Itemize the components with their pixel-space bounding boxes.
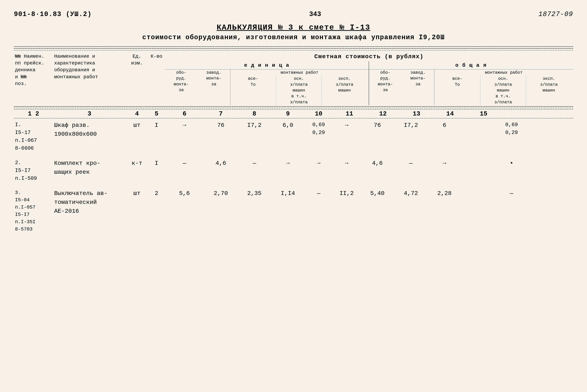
hdr-obshaya: о б щ а я xyxy=(369,61,573,70)
row1-c14 xyxy=(461,120,495,153)
col-numbers-row: 1 2 3 4 5 6 7 8 9 10 11 12 13 14 15 xyxy=(14,109,573,118)
row2-c12: — xyxy=(394,158,428,183)
col-num-12: 12 xyxy=(366,110,400,118)
row2-c11: 4,6 xyxy=(361,158,394,183)
col-num-8: 8 xyxy=(238,110,271,118)
row3-c8: I,I4 xyxy=(271,188,305,234)
row1-c11: 76 xyxy=(361,120,394,153)
data-row-1: I. I5-17 п.I-067 8-6606 Шкаф разв.1900х8… xyxy=(14,120,573,153)
row3-c10: II,2 xyxy=(332,188,360,234)
title-line1: КАЛЬКУЛЯЦИЯ № 3 к смете № I-13 xyxy=(14,23,573,32)
col-num-7: 7 xyxy=(204,110,238,118)
row1-c6: 76 xyxy=(204,120,238,153)
row2-c7: — xyxy=(238,158,271,183)
hdr-vce1: вce-То xyxy=(230,76,276,105)
row1-c9: 0,690,29 xyxy=(305,120,332,153)
row3-c5: 5,6 xyxy=(165,188,204,234)
data-row-3: 3. I5-04 п.I-057 I5-I7 п.I-35I 8-5703 Вы… xyxy=(14,188,573,234)
row2-c10: → xyxy=(332,158,360,183)
col-num-1: 1 2 xyxy=(14,110,53,118)
hdr-montazh-r: монтажных работ xyxy=(230,70,369,76)
row1-ref: I. I5-17 п.I-067 8-6606 xyxy=(14,120,53,153)
row2-c14 xyxy=(461,158,495,183)
row2-c9: → xyxy=(305,158,332,183)
row1-c12: I7,2 xyxy=(394,120,428,153)
row3-ref: 3. I5-04 п.I-057 I5-I7 п.I-35I 8-5703 xyxy=(14,188,53,234)
page-number: 343 xyxy=(309,10,321,18)
col-num-15: 15 xyxy=(467,110,500,118)
col-num-4: 4 xyxy=(126,110,148,118)
data-row-2: 2. I5-I7 п.I-509 Комплект кро-шащих реек… xyxy=(14,158,573,183)
hdr-oon1: осн.з/платамашинв т.ч.з/плата xyxy=(276,76,322,105)
hdr-unit: Ед.изм. xyxy=(126,52,148,105)
hdr-col-name: Наименование ихарактеристикаоборудования… xyxy=(53,52,126,105)
row2-c5: — xyxy=(165,158,204,183)
hdr-zksp2: зксп.з/платамашин xyxy=(526,76,572,105)
col-num-5: 5 xyxy=(148,110,165,118)
col-num-extra xyxy=(500,110,573,118)
hdr-obo2-rub: обо-руд.монта-за xyxy=(369,70,402,106)
row1-c10: → xyxy=(332,120,360,153)
row3-unit: шт xyxy=(126,188,148,234)
hdr-zavod-monta: завод.монта-за xyxy=(198,70,230,106)
hdr-zavod2-monta: завод.монта-за xyxy=(402,70,434,106)
col-num-14: 14 xyxy=(433,110,467,118)
top-left-code: 901-8·10.83 (УШ.2) xyxy=(14,10,92,18)
hdr-montazh2-r: монтажных работ xyxy=(434,70,573,76)
row1-c7: I7,2 xyxy=(238,120,271,153)
col-num-11: 11 xyxy=(332,110,366,118)
row1-c15: 0,690,29 xyxy=(495,120,528,153)
row1-c8: 6,0 xyxy=(271,120,305,153)
row2-c15: • xyxy=(495,158,528,183)
row1-c5: → xyxy=(165,120,204,153)
row3-c11: 5,40 xyxy=(361,188,394,234)
row2-c6: 4,6 xyxy=(204,158,238,183)
hdr-oon2: осн.з/платамашинв т.ч.з/плата xyxy=(480,76,526,105)
hdr-smetnaya: Сметная стоимость (в рублях) xyxy=(165,52,573,61)
row2-unit: к-т xyxy=(126,158,148,183)
row2-qty: I xyxy=(148,158,165,183)
row3-c9: — xyxy=(305,188,332,234)
row2-ref: 2. I5-I7 п.I-509 xyxy=(14,158,53,183)
hdr-zksp1: зксп.з/платамашин xyxy=(322,76,367,105)
col-num-3: 3 xyxy=(53,110,126,118)
hdr-vce2: вce-То xyxy=(434,76,480,105)
hdr-kvo: К-во xyxy=(148,52,165,105)
title-line2: стоимости оборудования, изготовления и м… xyxy=(14,34,573,41)
hdr-col-num: №№ Наимен.пп прейск.денникаи №№поз. xyxy=(14,52,53,105)
row3-qty: 2 xyxy=(148,188,165,234)
row3-name: Выключатель ав-томатическийАЕ-2016 xyxy=(53,188,126,234)
row3-c7: 2,35 xyxy=(238,188,271,234)
row2-c13: → xyxy=(428,158,462,183)
hdr-edinitsa: е д и н и ц а xyxy=(165,61,368,70)
row3-c13: 2,28 xyxy=(428,188,462,234)
row3-c14 xyxy=(461,188,495,234)
col-num-13: 13 xyxy=(400,110,433,118)
col-num-9: 9 xyxy=(271,110,305,118)
hdr-obo-rub: обо-руд.монта-за xyxy=(165,70,198,106)
top-right-code: 18727-09 xyxy=(538,10,573,18)
row1-unit: шт xyxy=(126,120,148,153)
row3-c15: — xyxy=(495,188,528,234)
row3-c12: 4,72 xyxy=(394,188,428,234)
row1-qty: I xyxy=(148,120,165,153)
row3-c6: 2,70 xyxy=(204,188,238,234)
col-num-6: 6 xyxy=(165,110,204,118)
row1-name: Шкаф разв.1900х800х600 xyxy=(53,120,126,153)
row2-c8: → xyxy=(271,158,305,183)
row2-name: Комплект кро-шащих реек xyxy=(53,158,126,183)
row1-c13: 6 xyxy=(428,120,462,153)
col-num-10: 10 xyxy=(305,110,332,118)
